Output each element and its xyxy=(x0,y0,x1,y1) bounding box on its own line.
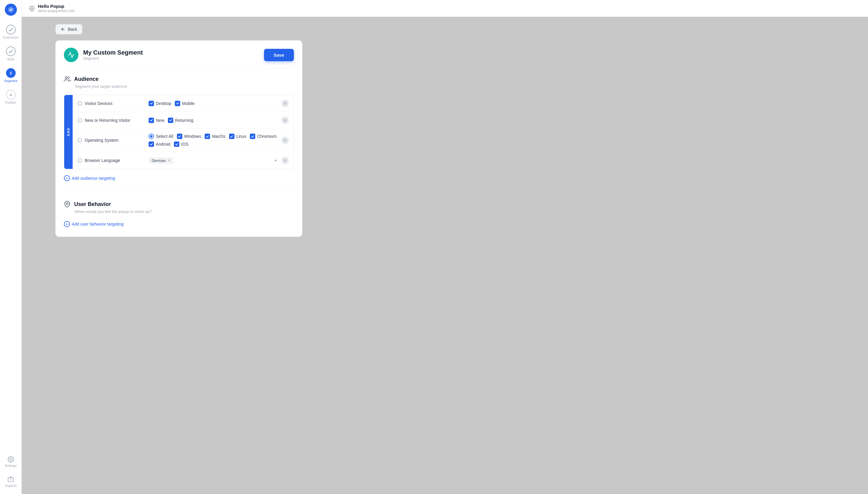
sidebar-item-label-segment: Segment xyxy=(4,79,17,83)
globe-icon xyxy=(29,5,35,12)
step-circle-segment: 3 xyxy=(6,68,16,78)
settings-label: Settings xyxy=(5,464,17,468)
main-card: My Custom Segment Segment Save Audience … xyxy=(56,40,302,237)
segment-type: Segment xyxy=(83,56,143,61)
support-icon xyxy=(7,476,14,482)
audience-title: Audience xyxy=(74,76,99,82)
user-behavior-section: User Behavior When would you like the po… xyxy=(64,198,294,229)
lang-select[interactable]: German ✕ ▾ xyxy=(149,157,277,164)
check-select-all[interactable]: Select All xyxy=(149,134,173,139)
remove-new-returning[interactable]: ✕ xyxy=(281,117,289,124)
check-android[interactable]: Android xyxy=(149,141,170,147)
os-options-container: Select All Windows MacOs xyxy=(149,134,277,147)
step-circle-style xyxy=(6,46,16,56)
check-ios[interactable]: IOS xyxy=(174,141,189,147)
segment-name: My Custom Segment xyxy=(83,49,143,56)
user-behavior-icon xyxy=(64,201,71,208)
audience-subtitle: Segment your target audience xyxy=(75,84,294,89)
lang-tag-german: German ✕ xyxy=(149,157,174,164)
new-returning-options: New Returning xyxy=(149,118,277,123)
row-label-visitor-devices: Visitor Devices xyxy=(77,101,144,106)
back-arrow-icon xyxy=(61,27,65,32)
add-circle-icon-2: + xyxy=(64,221,70,227)
os-options-row2: Android IOS xyxy=(149,141,277,147)
sidebar-item-customize[interactable]: Customize xyxy=(0,22,21,42)
table-row: Operating System Select All Window xyxy=(73,129,294,152)
segment-header: My Custom Segment Segment Save xyxy=(64,48,294,69)
remove-os[interactable]: ✕ xyxy=(281,137,289,144)
check-returning[interactable]: Returning xyxy=(168,118,194,123)
svg-point-19 xyxy=(66,203,68,205)
remove-lang-german[interactable]: ✕ xyxy=(167,158,171,163)
radio-select-all xyxy=(149,134,154,139)
save-button[interactable]: Save xyxy=(264,49,294,61)
sidebar-item-label-publish: Publish xyxy=(5,101,16,104)
settings-icon xyxy=(7,456,14,463)
audience-icon xyxy=(64,76,71,82)
sidebar: Customize Style 3 Segment 4 Publish Sett… xyxy=(0,0,22,494)
svg-point-6 xyxy=(65,77,67,79)
info-icon-2 xyxy=(77,118,82,123)
sidebar-item-publish[interactable]: 4 Publish xyxy=(0,87,21,107)
sidebar-item-settings[interactable]: Settings xyxy=(4,453,18,471)
svg-point-1 xyxy=(10,458,12,460)
table-row: Browser Language German ✕ ▾ ✕ xyxy=(73,152,294,169)
visitor-devices-options: Desktop Mobile xyxy=(149,101,277,106)
check-new[interactable]: New xyxy=(149,118,164,123)
remove-visitor-devices[interactable]: ✕ xyxy=(281,100,289,107)
user-behavior-title: User Behavior xyxy=(74,201,111,208)
table-row: New or Returning Visitor New Returning xyxy=(73,112,294,129)
step-circle-customize xyxy=(6,25,16,34)
and-bar: AND xyxy=(64,95,73,169)
back-button[interactable]: Back xyxy=(56,24,82,34)
visitor-devices-label: Visitor Devices xyxy=(85,101,113,106)
sidebar-item-style[interactable]: Style xyxy=(0,43,21,64)
sidebar-item-support[interactable]: Support xyxy=(4,473,18,490)
info-icon-4 xyxy=(77,158,82,163)
topbar-subtitle: demo.popupsmart.com xyxy=(38,9,75,13)
check-macos[interactable]: MacOs xyxy=(205,134,225,139)
new-returning-label: New or Returning Visitor xyxy=(85,118,130,123)
sidebar-item-label-style: Style xyxy=(7,57,14,61)
user-behavior-subtitle: When would you like the popup to show up… xyxy=(75,209,294,214)
segment-icon xyxy=(64,48,78,62)
os-label: Operating System xyxy=(85,138,118,142)
info-icon xyxy=(77,101,82,106)
app-logo[interactable] xyxy=(5,4,17,16)
topbar-title: Hello Popup xyxy=(38,4,75,9)
add-user-behavior-targeting[interactable]: + Add user behavior targeting xyxy=(64,221,123,227)
sidebar-item-segment[interactable]: 3 Segment xyxy=(0,65,21,86)
divider xyxy=(64,190,294,190)
check-windows[interactable]: Windows xyxy=(177,134,201,139)
table-row: Visitor Devices Desktop Mobile xyxy=(73,95,294,112)
segment-info: My Custom Segment Segment xyxy=(64,48,143,62)
audience-title-row: Audience xyxy=(64,76,294,82)
remove-browser-lang[interactable]: ✕ xyxy=(281,157,289,164)
topbar: Hello Popup demo.popupsmart.com xyxy=(22,0,868,17)
os-options-row1: Select All Windows MacOs xyxy=(149,134,277,139)
check-mobile[interactable]: Mobile xyxy=(175,101,194,106)
row-label-browser-lang: Browser Language xyxy=(77,158,144,163)
audience-section: Audience Segment your target audience AN… xyxy=(64,76,294,181)
add-user-behavior-label: Add user behavior targeting xyxy=(72,222,123,227)
audience-rows: Visitor Devices Desktop Mobile xyxy=(73,95,294,169)
add-audience-label: Add audience targeting xyxy=(72,176,115,180)
step-circle-publish: 4 xyxy=(6,90,16,99)
add-audience-targeting[interactable]: + Add audience targeting xyxy=(64,175,115,181)
add-circle-icon: + xyxy=(64,175,70,181)
audience-container: AND Visitor Devices Desktop xyxy=(64,95,294,169)
main-content: Back My Custom Segment Segment Save xyxy=(43,17,314,494)
info-icon-3 xyxy=(77,138,82,142)
check-desktop[interactable]: Desktop xyxy=(149,101,171,106)
check-linux[interactable]: Linux xyxy=(229,134,246,139)
row-label-os: Operating System xyxy=(77,138,144,142)
sidebar-item-label-customize: Customize xyxy=(3,36,19,39)
check-chromium[interactable]: Chromium xyxy=(250,134,277,139)
user-behavior-title-row: User Behavior xyxy=(64,201,294,208)
segment-title-block: My Custom Segment Segment xyxy=(83,49,143,61)
back-label: Back xyxy=(68,27,77,32)
row-label-new-returning: New or Returning Visitor xyxy=(77,118,144,123)
support-label: Support xyxy=(5,484,17,487)
dropdown-arrow: ▾ xyxy=(275,158,277,163)
browser-lang-label: Browser Language xyxy=(85,158,120,163)
